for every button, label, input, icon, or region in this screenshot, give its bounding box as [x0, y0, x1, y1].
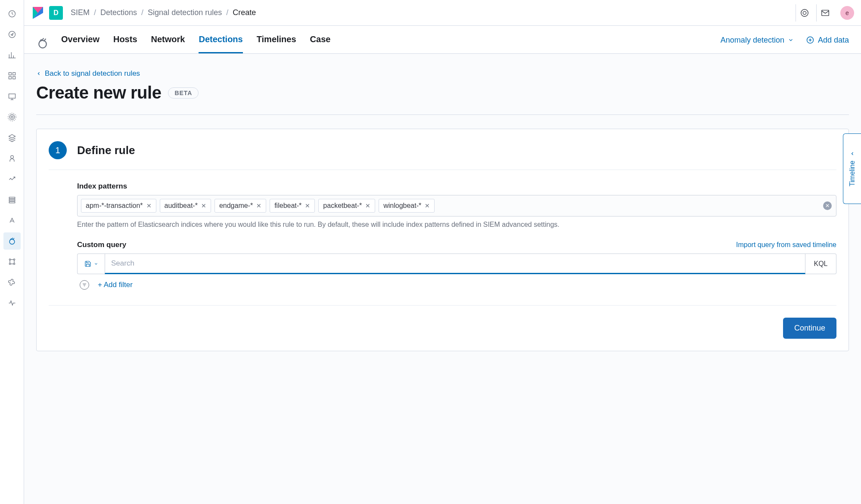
svg-rect-5	[12, 77, 15, 79]
clear-all-icon[interactable]: ✕	[823, 201, 832, 210]
filter-settings-icon[interactable]	[80, 280, 89, 290]
remove-chip-icon[interactable]: ✕	[305, 202, 310, 209]
pattern-chip: winlogbeat-*✕	[379, 199, 435, 213]
app-badge[interactable]: D	[49, 6, 63, 20]
svg-rect-11	[9, 197, 15, 198]
index-patterns-help: Enter the pattern of Elasticsearch indic…	[77, 221, 836, 229]
rail-metrics-icon[interactable]	[3, 170, 21, 188]
plus-circle-icon	[806, 36, 814, 44]
define-rule-card: 1 Define rule Index patterns apm-*-trans…	[36, 129, 849, 351]
svg-rect-13	[9, 201, 15, 203]
pattern-chip: apm-*-transaction*✕	[81, 199, 156, 213]
index-patterns-input[interactable]: apm-*-transaction*✕ auditbeat-*✕ endgame…	[77, 195, 836, 216]
svg-point-19	[801, 9, 808, 16]
tab-detections[interactable]: Detections	[199, 34, 242, 53]
svg-point-10	[10, 155, 13, 158]
svg-point-7	[11, 116, 13, 118]
tab-overview[interactable]: Overview	[61, 34, 99, 53]
svg-rect-2	[9, 73, 11, 75]
rail-discover-icon[interactable]	[3, 26, 21, 43]
search-input[interactable]	[105, 254, 805, 274]
beta-badge: BETA	[168, 87, 199, 99]
app-header: Overview Hosts Network Detections Timeli…	[24, 26, 861, 54]
anomaly-detection-button[interactable]: Anomaly detection	[721, 36, 794, 45]
tab-case[interactable]: Case	[310, 34, 331, 53]
rail-monitoring-icon[interactable]	[3, 294, 21, 312]
add-data-button[interactable]: Add data	[806, 36, 849, 45]
rail-logs-icon[interactable]	[3, 191, 21, 208]
svg-rect-6	[9, 94, 15, 98]
step-number: 1	[49, 141, 67, 159]
rail-dashboard-icon[interactable]	[3, 67, 21, 84]
tab-network[interactable]: Network	[151, 34, 185, 53]
chevron-down-icon	[94, 262, 98, 266]
topbar: D SIEM / Detections / Signal detection r…	[24, 0, 861, 26]
step-title: Define rule	[77, 144, 135, 157]
svg-point-1	[9, 31, 15, 38]
page-title: Create new rule	[36, 83, 161, 102]
saved-query-button[interactable]	[77, 254, 105, 274]
divider	[36, 114, 849, 115]
chevron-left-icon	[36, 71, 41, 76]
pattern-chip: auditbeat-*✕	[160, 199, 211, 213]
svg-rect-3	[12, 73, 15, 75]
mail-icon[interactable]	[816, 4, 833, 22]
siem-app-icon	[36, 37, 49, 51]
svg-point-16	[13, 259, 15, 260]
svg-point-15	[9, 259, 10, 260]
crumb-current: Create	[233, 8, 256, 17]
add-filter-button[interactable]: + Add filter	[98, 281, 133, 289]
index-patterns-label: Index patterns	[77, 182, 836, 191]
anomaly-label: Anomaly detection	[721, 36, 784, 45]
chevron-down-icon	[788, 37, 794, 43]
crumb-siem[interactable]: SIEM	[71, 8, 90, 17]
pattern-chip: packetbeat-*✕	[318, 199, 375, 213]
kql-toggle[interactable]: KQL	[805, 254, 836, 274]
rail-canvas-icon[interactable]	[3, 88, 21, 105]
rail-layers-icon[interactable]	[3, 129, 21, 146]
svg-rect-4	[9, 77, 11, 79]
timeline-label: Timeline	[849, 161, 856, 186]
back-label: Back to signal detection rules	[45, 69, 140, 78]
add-data-label: Add data	[818, 36, 849, 45]
rail-siem-icon[interactable]	[3, 232, 21, 250]
rail-ml-icon[interactable]	[3, 150, 21, 167]
continue-button[interactable]: Continue	[783, 318, 836, 339]
kibana-logo-icon[interactable]	[31, 6, 45, 20]
save-icon	[84, 260, 91, 267]
remove-chip-icon[interactable]: ✕	[201, 202, 206, 209]
rail-maps-icon[interactable]	[3, 108, 21, 126]
remove-chip-icon[interactable]: ✕	[425, 202, 430, 209]
rail-graph-icon[interactable]	[3, 253, 21, 270]
chevron-left-icon	[850, 151, 855, 156]
svg-point-8	[9, 114, 15, 120]
back-link[interactable]: Back to signal detection rules	[36, 69, 849, 78]
custom-query-label: Custom query	[77, 241, 126, 249]
breadcrumb: SIEM / Detections / Signal detection rul…	[71, 8, 256, 17]
left-rail	[0, 0, 24, 504]
avatar[interactable]: e	[840, 6, 854, 20]
timeline-flyout[interactable]: Timeline	[843, 133, 861, 204]
remove-chip-icon[interactable]: ✕	[256, 202, 261, 209]
nav-tabs: Overview Hosts Network Detections Timeli…	[61, 34, 330, 53]
svg-point-18	[13, 263, 15, 264]
newsfeed-icon[interactable]	[796, 4, 813, 22]
rail-apm-icon[interactable]	[3, 212, 21, 229]
svg-rect-21	[821, 10, 829, 15]
import-query-link[interactable]: Import query from saved timeline	[736, 241, 836, 249]
svg-point-20	[803, 11, 806, 14]
crumb-rules[interactable]: Signal detection rules	[148, 8, 222, 17]
remove-chip-icon[interactable]: ✕	[365, 202, 370, 209]
remove-chip-icon[interactable]: ✕	[146, 202, 152, 209]
tab-timelines[interactable]: Timelines	[257, 34, 296, 53]
rail-recent-icon[interactable]	[3, 5, 21, 22]
svg-point-17	[9, 263, 10, 264]
pattern-chip: endgame-*✕	[214, 199, 266, 213]
tab-hosts[interactable]: Hosts	[113, 34, 137, 53]
svg-rect-12	[9, 199, 15, 201]
rail-visualize-icon[interactable]	[3, 46, 21, 64]
crumb-detections[interactable]: Detections	[100, 8, 137, 17]
pattern-chip: filebeat-*✕	[270, 199, 315, 213]
rail-dev-icon[interactable]	[3, 274, 21, 291]
